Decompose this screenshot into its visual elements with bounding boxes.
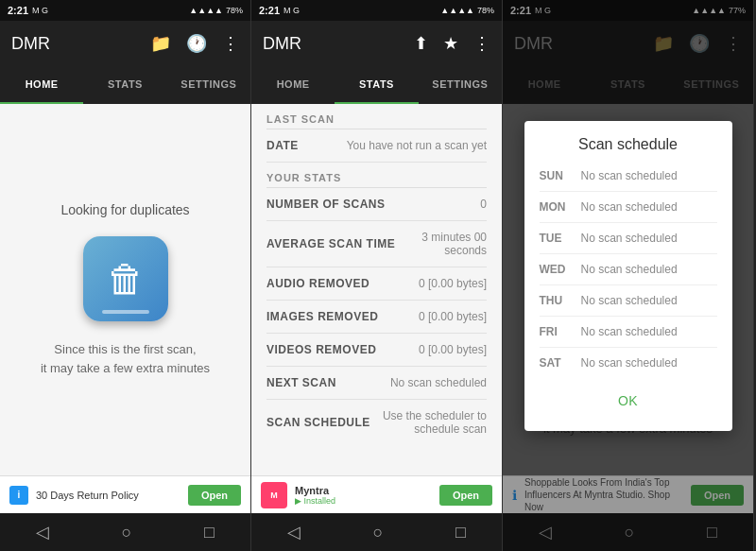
app-bar-actions-2: ⬆ ★ ⋮	[414, 33, 490, 54]
stats-row-num-scans: NUMBER OF SCANS 0	[251, 188, 502, 220]
stats-row-videos: VIDEOS REMOVED 0 [0.00 bytes]	[251, 334, 502, 366]
stats-row-images: IMAGES REMOVED 0 [0.00 bytes]	[251, 301, 502, 333]
network-icon-2: ▲▲▲▲	[440, 6, 474, 15]
status-bar-1: 2:21 M G ▲▲▲▲ 78%	[0, 0, 250, 21]
section-header-your-stats: YOUR STATS	[251, 163, 502, 187]
ad-open-btn-1[interactable]: Open	[188, 485, 241, 506]
icon-detail	[102, 310, 149, 314]
tab-bar-1: HOME STATS SETTINGS	[0, 66, 250, 104]
more-icon-2[interactable]: ⋮	[473, 33, 490, 54]
stats-label-avg-time: AVERAGE SCAN TIME	[266, 237, 395, 250]
dialog-row-sun: SUN No scan scheduled	[540, 164, 717, 187]
tab-bar-2: HOME STATS SETTINGS	[251, 66, 502, 104]
dialog-day-fri: FRI	[540, 325, 574, 338]
panel2-main-content: LAST SCAN DATE You have not run a scan y…	[251, 104, 502, 475]
stats-row-date: DATE You have not run a scan yet	[251, 129, 502, 162]
folder-icon-1[interactable]: 📁	[150, 33, 171, 54]
back-button-1[interactable]: ◁	[36, 522, 49, 542]
tab-stats-2[interactable]: STATS	[335, 66, 418, 104]
stats-value-num-scans: 0	[393, 198, 487, 211]
status-bar-left-2: 2:21 M G	[259, 5, 300, 16]
stats-row-audio: AUDIO REMOVED 0 [0.00 bytes]	[251, 267, 502, 300]
stats-label-num-scans: NUMBER OF SCANS	[266, 198, 386, 211]
status-icons-right-2: ▲▲▲▲ 78%	[440, 6, 494, 15]
ad-text-1: 30 Days Return Policy	[36, 490, 180, 501]
phone-panel-3: 2:21 M G ▲▲▲▲ 77% DMR 📁 🕐 ⋮ HOME STATS S…	[503, 0, 754, 551]
myntra-open-btn[interactable]: Open	[439, 485, 492, 506]
tab-home-1[interactable]: HOME	[0, 66, 83, 104]
history-icon-1[interactable]: 🕐	[186, 33, 207, 54]
dialog-val-mon: No scan scheduled	[581, 200, 717, 214]
status-bar-left-1: 2:21 M G	[8, 5, 48, 16]
ad-banner-myntra: M Myntra ▶ Installed Open	[251, 475, 502, 513]
ad-icon-1: i	[9, 486, 28, 505]
app-title-1: DMR	[11, 34, 50, 54]
section-header-last-scan: LAST SCAN	[251, 104, 502, 129]
myntra-logo: M	[261, 482, 287, 508]
looking-text: Looking for duplicates	[60, 202, 189, 217]
dialog-ok-button[interactable]: OK	[540, 386, 717, 416]
status-bar-2: 2:21 M G ▲▲▲▲ 78%	[251, 0, 502, 21]
dialog-day-sat: SAT	[540, 356, 574, 370]
recent-button-1[interactable]: □	[204, 523, 215, 542]
tab-settings-1[interactable]: SETTINGS	[167, 66, 250, 104]
star-icon-2[interactable]: ★	[443, 33, 458, 54]
panel3-overlay: Scan schedule SUN No scan scheduled MON …	[503, 0, 753, 551]
more-icon-1[interactable]: ⋮	[222, 33, 239, 54]
tab-settings-2[interactable]: SETTINGS	[419, 66, 502, 104]
stats-value-schedule: Use the scheduler to schedule scan	[378, 409, 487, 436]
scan-schedule-dialog: Scan schedule SUN No scan scheduled MON …	[524, 121, 732, 431]
recent-button-2[interactable]: □	[455, 523, 466, 542]
stats-row-next-scan: NEXT SCAN No scan scheduled	[251, 367, 502, 399]
first-scan-text: Since this is the first scan,it may take…	[41, 340, 210, 377]
dialog-row-tue: TUE No scan scheduled	[540, 227, 717, 250]
stats-value-next-scan: No scan scheduled	[344, 376, 487, 389]
network-icon-1: ▲▲▲▲	[189, 6, 223, 15]
nav-bar-1: ◁ ○ □	[0, 513, 250, 551]
stats-value-date: You have not run a scan yet	[306, 139, 487, 152]
phone-panel-1: 2:21 M G ▲▲▲▲ 78% DMR 📁 🕐 ⋮ HOME STATS S…	[0, 0, 251, 551]
ad-banner-1: i 30 Days Return Policy Open	[0, 475, 250, 513]
stats-label-videos: VIDEOS REMOVED	[266, 343, 376, 356]
nav-bar-2: ◁ ○ □	[251, 513, 502, 551]
stats-label-schedule: SCAN SCHEDULE	[266, 416, 370, 429]
stats-value-videos: 0 [0.00 bytes]	[384, 343, 487, 356]
status-icons-2: M G	[284, 6, 300, 15]
dialog-row-mon: MON No scan scheduled	[540, 196, 717, 218]
battery-1: 78%	[226, 6, 243, 15]
dialog-val-thu: No scan scheduled	[581, 294, 717, 307]
app-title-2: DMR	[263, 34, 301, 54]
status-icons-right-1: ▲▲▲▲ 78%	[189, 6, 243, 15]
stats-value-avg-time: 3 minutes 00 seconds	[403, 231, 487, 257]
home-button-1[interactable]: ○	[122, 523, 132, 542]
panel1-main-content: Looking for duplicates 🗑 Since this is t…	[0, 104, 250, 475]
tab-stats-1[interactable]: STATS	[83, 66, 166, 104]
stats-label-images: IMAGES REMOVED	[266, 310, 378, 323]
dialog-val-sun: No scan scheduled	[581, 169, 717, 182]
dialog-day-wed: WED	[540, 263, 574, 276]
dialog-val-tue: No scan scheduled	[581, 232, 717, 245]
myntra-info: Myntra ▶ Installed	[295, 485, 432, 506]
status-time-1: 2:21	[8, 5, 28, 16]
app-bar-1: DMR 📁 🕐 ⋮	[0, 21, 250, 66]
home-button-2[interactable]: ○	[373, 523, 384, 542]
stats-label-next-scan: NEXT SCAN	[266, 376, 336, 389]
dialog-val-fri: No scan scheduled	[581, 325, 717, 338]
myntra-name: Myntra	[295, 485, 432, 496]
stats-label-audio: AUDIO REMOVED	[266, 277, 369, 290]
back-button-2[interactable]: ◁	[287, 522, 301, 542]
tab-home-2[interactable]: HOME	[251, 66, 335, 104]
stats-row-schedule: SCAN SCHEDULE Use the scheduler to sched…	[251, 400, 502, 445]
phone-panel-2: 2:21 M G ▲▲▲▲ 78% DMR ⬆ ★ ⋮ HOME STATS S…	[251, 0, 503, 551]
dialog-day-mon: MON	[540, 200, 574, 214]
stats-label-date: DATE	[266, 139, 299, 152]
dialog-day-tue: TUE	[540, 232, 574, 245]
app-icon: 🗑	[83, 236, 168, 321]
app-bar-2: DMR ⬆ ★ ⋮	[251, 21, 502, 66]
stats-row-avg-time: AVERAGE SCAN TIME 3 minutes 00 seconds	[251, 221, 502, 267]
share-icon-2[interactable]: ⬆	[414, 33, 428, 54]
dialog-row-thu: THU No scan scheduled	[540, 289, 717, 312]
app-bar-actions-1: 📁 🕐 ⋮	[150, 33, 239, 54]
trash-icon: 🗑	[107, 258, 145, 301]
dialog-row-wed: WED No scan scheduled	[540, 258, 717, 281]
